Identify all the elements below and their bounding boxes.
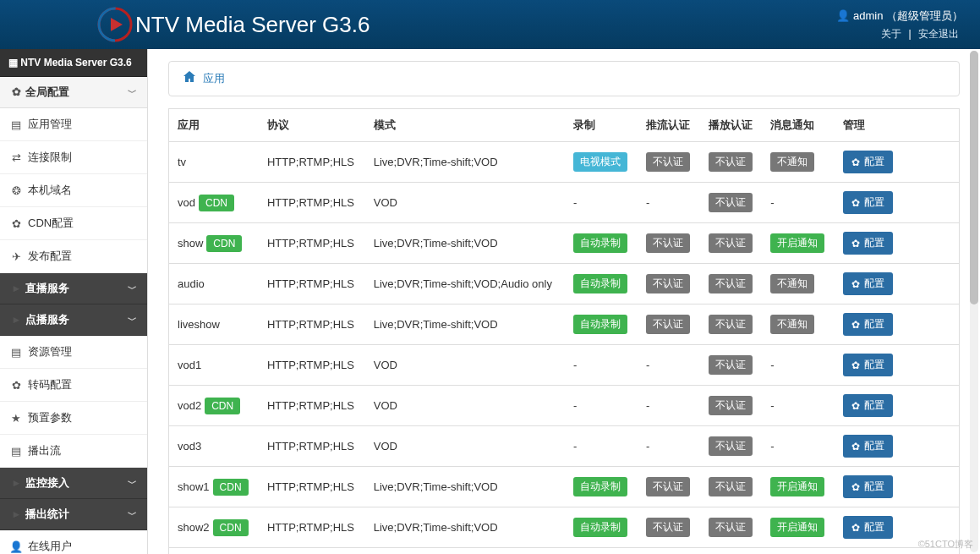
gear-icon: ✿ xyxy=(851,278,860,290)
sidebar-group[interactable]: ▸ 监控接入﹀ xyxy=(0,468,147,499)
gear-icon: ✿ xyxy=(851,441,860,453)
table-row: show1CDNHTTP;RTMP;HLSLive;DVR;Time-shift… xyxy=(169,467,960,507)
config-button[interactable]: ✿配置 xyxy=(843,435,893,458)
watermark: ©51CTO博客 xyxy=(918,538,973,551)
sidebar-item[interactable]: ✿CDN配置 xyxy=(0,207,147,240)
column-header: 协议 xyxy=(259,109,365,142)
column-header: 模式 xyxy=(365,109,565,142)
status-badge: 不认证 xyxy=(646,152,690,172)
config-button[interactable]: ✿配置 xyxy=(843,394,893,417)
config-button[interactable]: ✿配置 xyxy=(843,475,893,498)
app-cell: show2CDN xyxy=(169,507,259,548)
sidebar-item[interactable]: ✿转码配置 xyxy=(0,369,147,402)
config-button[interactable]: ✿配置 xyxy=(843,354,893,376)
sidebar-item-label: 播出流 xyxy=(28,443,61,458)
sidebar-group[interactable]: ▸ 直播服务﹀ xyxy=(0,273,147,304)
sidebar-item[interactable]: ★预置参数 xyxy=(0,402,147,435)
table-cell: 不通知 xyxy=(762,304,835,345)
actions-cell: ✿配置 xyxy=(835,426,959,467)
sidebar-item[interactable]: ▤资源管理 xyxy=(0,336,147,369)
mode-cell: Live;DVR;Time-shift;VOD xyxy=(365,142,565,183)
star-icon: ★ xyxy=(10,412,22,424)
protocol-cell: HTTP;RTMP;HLS xyxy=(259,426,365,467)
chevron-down-icon: ﹀ xyxy=(128,86,137,99)
sidebar-group[interactable]: ✿ 全局配置﹀ xyxy=(0,77,147,108)
table-cell: - xyxy=(565,426,638,467)
table-cell: 开启通知 xyxy=(762,507,835,548)
sidebar-item[interactable]: ▤播出流 xyxy=(0,435,147,468)
status-badge: 不认证 xyxy=(646,477,690,496)
table-cell: 不认证 xyxy=(638,467,700,507)
protocol-cell: HTTP;RTMP;HLS xyxy=(259,548,365,555)
sidebar-group[interactable]: ▸ 播出统计﹀ xyxy=(0,499,147,530)
config-button[interactable]: ✿配置 xyxy=(843,191,893,214)
sidebar-item[interactable]: ❂本机域名 xyxy=(0,174,147,207)
status-badge: 不通知 xyxy=(770,315,814,334)
status-badge: 不认证 xyxy=(709,315,753,334)
sidebar-group-label: 点播服务 xyxy=(22,313,69,326)
table-cell: 不认证 xyxy=(700,183,763,223)
table-cell: - xyxy=(638,345,700,386)
group-icon: ▸ xyxy=(10,282,22,294)
table-cell: - xyxy=(762,386,835,426)
table-cell: 不认证 xyxy=(700,264,763,304)
column-header: 录制 xyxy=(565,109,638,142)
sidebar-item[interactable]: ✈发布配置 xyxy=(0,240,147,273)
table-cell: 不认证 xyxy=(700,345,763,386)
table-cell: 不认证 xyxy=(700,304,763,345)
status-badge: 不通知 xyxy=(770,274,814,293)
logout-link[interactable]: 安全退出 xyxy=(914,28,963,40)
sidebar: ▦ NTV Media Server G3.6 ✿ 全局配置﹀▤应用管理⇄连接限… xyxy=(0,49,148,554)
button-label: 配置 xyxy=(864,277,884,291)
table-cell: 不认证 xyxy=(700,548,763,555)
list-icon: ▤ xyxy=(10,445,22,457)
button-label: 配置 xyxy=(864,317,884,332)
home-icon[interactable] xyxy=(183,70,196,87)
table-cell: - xyxy=(565,386,638,426)
chevron-down-icon: ﹀ xyxy=(128,282,137,295)
cdn-badge: CDN xyxy=(206,235,242,252)
status-badge: 不认证 xyxy=(709,274,753,293)
breadcrumb-label[interactable]: 应用 xyxy=(203,71,225,86)
column-header: 应用 xyxy=(169,109,259,142)
cdn-badge: CDN xyxy=(199,195,234,211)
status-badge: 不认证 xyxy=(709,193,753,212)
actions-cell: ✿配置 xyxy=(835,264,959,304)
gear-icon: ✿ xyxy=(851,359,860,371)
button-label: 配置 xyxy=(864,195,884,210)
mode-cell: VOD xyxy=(365,183,565,223)
protocol-cell: HTTP;RTMP;HLS xyxy=(259,507,365,548)
config-button[interactable]: ✿配置 xyxy=(843,272,893,295)
table-cell: 不通知 xyxy=(762,142,835,183)
table-cell: 电视模式 xyxy=(565,142,638,183)
table-cell: 自动录制 xyxy=(565,264,638,304)
sidebar-item[interactable]: 👤在线用户 xyxy=(0,530,147,554)
cdn-badge: CDN xyxy=(205,398,240,414)
column-header: 消息通知 xyxy=(762,109,835,142)
actions-cell: ✿配置 xyxy=(835,304,959,345)
sidebar-item[interactable]: ▤应用管理 xyxy=(0,108,147,141)
table-cell: 不通知 xyxy=(762,264,835,304)
button-label: 配置 xyxy=(864,520,884,535)
mode-cell: VOD xyxy=(365,345,565,386)
config-button[interactable]: ✿配置 xyxy=(843,232,893,255)
app-title: NTV Media Server G3.6 xyxy=(135,12,370,38)
config-button[interactable]: ✿配置 xyxy=(843,151,893,173)
sidebar-group[interactable]: ▸ 点播服务﹀ xyxy=(0,304,147,336)
config-button[interactable]: ✿配置 xyxy=(843,313,893,336)
config-button[interactable]: ✿配置 xyxy=(843,516,893,539)
scrollbar[interactable] xyxy=(970,51,978,552)
mode-cell: Live;DVR;Time-shift;VOD xyxy=(365,467,565,507)
actions-cell: ✿配置 xyxy=(835,345,959,386)
table-cell: 不认证 xyxy=(638,507,700,548)
app-name: show2 xyxy=(178,521,210,534)
sidebar-item[interactable]: ⇄连接限制 xyxy=(0,141,147,174)
scrollbar-thumb[interactable] xyxy=(970,51,978,304)
protocol-cell: HTTP;RTMP;HLS xyxy=(259,345,365,386)
protocol-cell: HTTP;RTMP;HLS xyxy=(259,142,365,183)
about-link[interactable]: 关于 xyxy=(877,28,906,40)
table-row: audioHTTP;RTMP;HLSLive;DVR;Time-shift;VO… xyxy=(169,264,960,304)
app-name: show1 xyxy=(178,480,210,493)
column-header: 播放认证 xyxy=(700,109,763,142)
user-info[interactable]: 👤 admin （超级管理员） xyxy=(836,8,963,24)
